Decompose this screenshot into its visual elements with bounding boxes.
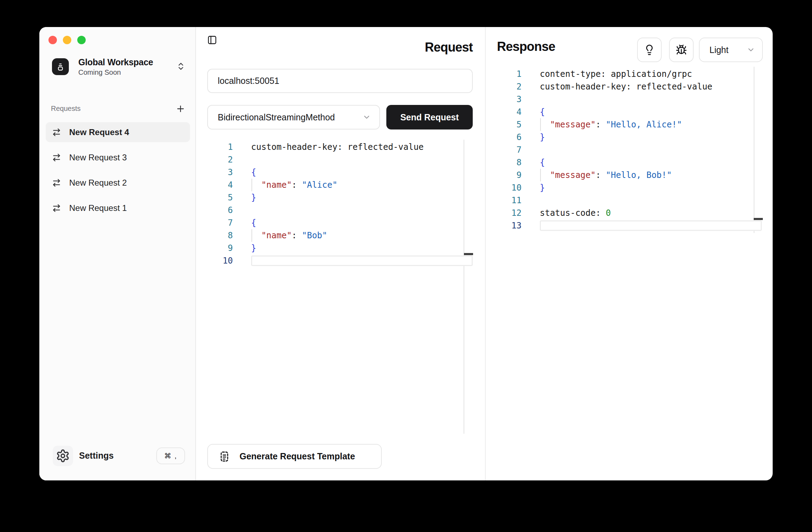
code-token bbox=[251, 231, 261, 240]
code-token: 0 bbox=[606, 208, 611, 218]
code-token: : bbox=[292, 180, 302, 190]
code-line[interactable]: } bbox=[251, 191, 256, 204]
code-token: "Alice" bbox=[302, 180, 338, 190]
code-token bbox=[540, 170, 550, 180]
code-token: custom-header-key: reflected-value bbox=[251, 142, 424, 152]
line-number: 1 bbox=[490, 68, 522, 80]
line-number: 4 bbox=[201, 179, 233, 191]
code-line[interactable]: { bbox=[251, 217, 256, 229]
settings-label: Settings bbox=[79, 451, 114, 461]
code-token: } bbox=[540, 183, 545, 193]
panel-left-icon bbox=[207, 35, 217, 45]
request-editor-scrollbar-thumb[interactable] bbox=[464, 253, 473, 255]
code-token: content-type: application/grpc bbox=[540, 69, 692, 79]
code-line[interactable]: custom-header-key: reflected-value bbox=[540, 80, 712, 93]
code-token: "message" bbox=[550, 170, 596, 180]
code-line[interactable]: { bbox=[540, 156, 545, 169]
line-number: 2 bbox=[201, 153, 233, 166]
line-number: 7 bbox=[490, 144, 522, 156]
theme-select-value: Light bbox=[709, 45, 747, 55]
workspace-switcher[interactable]: Global Workspace Coming Soon bbox=[52, 58, 189, 75]
arrow-right-left-icon bbox=[52, 204, 61, 213]
sidebar-request-item[interactable]: New Request 3 bbox=[46, 147, 190, 167]
chevron-down-icon bbox=[747, 46, 755, 54]
request-item-label: New Request 1 bbox=[69, 203, 127, 213]
sidebar-toggle-button[interactable] bbox=[207, 35, 217, 45]
line-number: 8 bbox=[201, 229, 233, 242]
request-item-label: New Request 3 bbox=[69, 153, 127, 162]
workspace-jar-icon bbox=[52, 58, 69, 75]
sidebar-request-item[interactable]: New Request 1 bbox=[46, 198, 190, 218]
chevron-down-icon bbox=[362, 113, 371, 121]
traffic-lights bbox=[48, 36, 86, 44]
code-token: status-code: bbox=[540, 208, 606, 218]
request-list: New Request 4New Request 3New Request 2N… bbox=[46, 122, 190, 223]
code-line[interactable]: { bbox=[251, 166, 256, 179]
code-token: { bbox=[540, 107, 545, 117]
code-token bbox=[540, 120, 550, 129]
code-line[interactable]: "name": "Bob" bbox=[251, 229, 327, 242]
close-button[interactable] bbox=[48, 36, 57, 44]
code-line[interactable]: { bbox=[540, 106, 545, 118]
code-token: "Bob" bbox=[302, 231, 327, 240]
gear-icon bbox=[56, 449, 70, 463]
method-select[interactable]: BidirectionalStreamingMethod bbox=[207, 105, 380, 129]
code-token: custom-header-key: reflected-value bbox=[540, 82, 712, 92]
sidebar-request-item[interactable]: New Request 2 bbox=[46, 173, 190, 193]
line-number: 12 bbox=[490, 207, 522, 219]
server-url-input[interactable] bbox=[207, 69, 473, 93]
code-token bbox=[251, 180, 261, 190]
code-line[interactable]: content-type: application/grpc bbox=[540, 68, 692, 80]
bug-icon bbox=[676, 44, 687, 55]
code-line[interactable]: custom-header-key: reflected-value bbox=[251, 141, 424, 153]
code-token: } bbox=[251, 193, 256, 202]
panel-divider bbox=[485, 27, 486, 480]
arrow-right-left-icon bbox=[52, 153, 61, 162]
code-line[interactable]: "message": "Hello, Bob!" bbox=[540, 169, 672, 181]
line-number: 9 bbox=[201, 242, 233, 254]
response-editor-active-line[interactable] bbox=[540, 220, 762, 231]
code-token: : bbox=[596, 170, 606, 180]
app-window: Global Workspace Coming Soon Requests Ne… bbox=[39, 27, 773, 480]
lightbulb-icon bbox=[644, 44, 655, 55]
code-token: "name" bbox=[261, 231, 292, 240]
code-token: : bbox=[596, 120, 606, 129]
line-number: 1 bbox=[201, 141, 233, 153]
plus-icon bbox=[176, 104, 185, 114]
response-editor-scrollbar-thumb[interactable] bbox=[754, 218, 763, 220]
line-number: 7 bbox=[201, 217, 233, 229]
code-line[interactable]: "message": "Hello, Alice!" bbox=[540, 118, 682, 131]
code-token: "Hello, Alice!" bbox=[606, 120, 682, 129]
code-token: } bbox=[251, 243, 256, 253]
line-number: 6 bbox=[490, 131, 522, 144]
hint-button[interactable] bbox=[637, 38, 662, 62]
chevrons-up-down-icon bbox=[176, 62, 185, 71]
sidebar-request-item[interactable]: New Request 4 bbox=[46, 122, 190, 142]
settings-button[interactable]: Settings ⌘ , bbox=[39, 445, 196, 467]
requests-section-label: Requests bbox=[51, 105, 81, 113]
send-request-button[interactable]: Send Request bbox=[386, 105, 473, 129]
debug-button[interactable] bbox=[669, 38, 694, 62]
code-line[interactable]: } bbox=[540, 131, 545, 144]
minimize-button[interactable] bbox=[63, 36, 71, 44]
theme-select[interactable]: Light bbox=[699, 38, 763, 62]
code-line[interactable]: "name": "Alice" bbox=[251, 179, 338, 191]
code-line[interactable]: } bbox=[251, 242, 256, 254]
code-token: "Hello, Bob!" bbox=[606, 170, 672, 180]
arrow-right-left-icon bbox=[52, 128, 61, 137]
response-panel-title: Response bbox=[497, 39, 555, 54]
line-number: 4 bbox=[490, 106, 522, 118]
template-dashed-icon bbox=[218, 451, 230, 463]
request-item-label: New Request 4 bbox=[69, 127, 129, 137]
code-token: : bbox=[292, 231, 302, 240]
line-number: 13 bbox=[490, 219, 522, 232]
sidebar: Global Workspace Coming Soon Requests Ne… bbox=[39, 27, 196, 480]
add-request-button[interactable] bbox=[176, 104, 185, 114]
code-line[interactable]: status-code: 0 bbox=[540, 207, 611, 219]
generate-template-button[interactable]: Generate Request Template bbox=[207, 444, 382, 469]
line-number: 3 bbox=[490, 93, 522, 106]
code-line[interactable]: } bbox=[540, 181, 545, 194]
request-editor-active-line[interactable] bbox=[251, 255, 473, 266]
zoom-button[interactable] bbox=[77, 36, 86, 44]
workspace-subtitle: Coming Soon bbox=[78, 68, 153, 77]
